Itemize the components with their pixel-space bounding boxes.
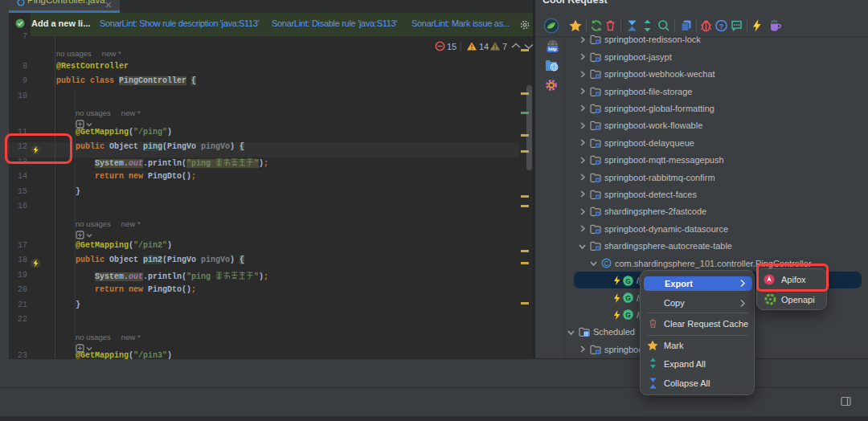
svg-text:G: G	[625, 294, 631, 302]
svg-text:C: C	[604, 260, 608, 268]
svg-text:http: http	[548, 47, 557, 51]
svg-text:G: G	[625, 311, 631, 319]
svg-text:?: ?	[719, 22, 724, 31]
svg-text:G: G	[625, 276, 631, 284]
svg-text:14: 14	[479, 42, 489, 51]
svg-text:7: 7	[502, 42, 507, 51]
svg-text:15: 15	[447, 42, 457, 51]
